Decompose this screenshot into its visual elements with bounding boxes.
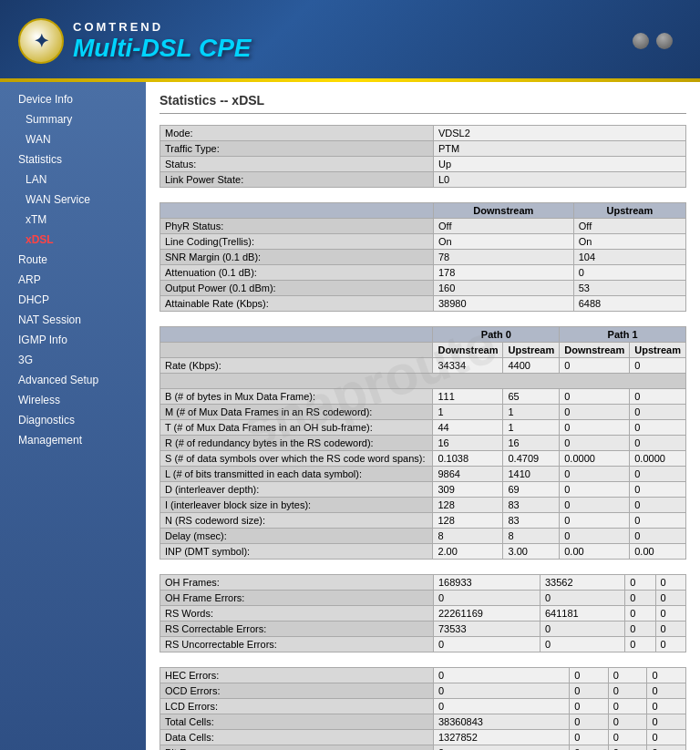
table-row: Bit Errors: 0 0 0 0 (160, 745, 686, 751)
val-rs-words-p1u: 0 (655, 606, 685, 622)
label-inp: INP (DMT symbol): (160, 544, 433, 560)
sidebar-item-management[interactable]: Management (0, 430, 146, 450)
table-row: Mode: VDSL2 (160, 126, 686, 141)
value-attainable-rate-down: 38980 (434, 296, 574, 312)
sidebar-item-xdsl[interactable]: xDSL (0, 230, 146, 250)
table-row: Status: Up (160, 157, 686, 172)
val-oh-frame-errors-p0d: 0 (434, 591, 540, 606)
val-d-p0u: 69 (503, 482, 560, 498)
sidebar-item-wan[interactable]: WAN (0, 129, 146, 149)
val-t-p0u: 1 (503, 420, 560, 436)
val-total-cells-p0u: 0 (570, 714, 609, 730)
val-d-p1u: 0 (630, 482, 686, 498)
label-link-power: Link Power State: (160, 172, 434, 188)
error-stats1-table: OH Frames: 168933 33562 0 0 OH Frame Err… (160, 574, 686, 652)
val-inp-p0u: 3.00 (503, 544, 560, 560)
table-row: HEC Errors: 0 0 0 0 (160, 668, 686, 683)
empty-row (160, 374, 686, 389)
sidebar-item-lan[interactable]: LAN (0, 170, 146, 190)
sidebar-item-route[interactable]: Route (0, 250, 146, 270)
val-delay-p0u: 8 (503, 529, 560, 544)
brand-name: COMTREND (73, 20, 251, 34)
sidebar-item-wan-service[interactable]: WAN Service (0, 190, 146, 210)
val-ocd-p0d: 0 (434, 683, 570, 699)
label-m: M (# of Mux Data Frames in an RS codewor… (160, 405, 433, 420)
table-row: R (# of redundancy bytes in the RS codew… (160, 436, 686, 451)
table-row: OH Frame Errors: 0 0 0 0 (160, 591, 686, 606)
val-ocd-p0u: 0 (570, 683, 609, 699)
table-row: LCD Errors: 0 0 0 0 (160, 699, 686, 714)
sidebar-item-statistics[interactable]: Statistics (0, 149, 146, 170)
logo-icon: ✦ (18, 18, 64, 64)
label-t: T (# of Mux Data Frames in an OH sub-fra… (160, 420, 433, 436)
value-link-power: L0 (434, 172, 686, 188)
val-l-p1d: 0 (560, 467, 630, 482)
table-row: PhyR Status: Off Off (160, 219, 686, 234)
sidebar-item-nat-session[interactable]: NAT Session (0, 310, 146, 330)
main-container: Device Info Summary WAN Statistics LAN W… (0, 82, 700, 750)
label-rs-correctable: RS Correctable Errors: (160, 622, 434, 637)
val-rs-correctable-p1u: 0 (655, 622, 685, 637)
error-stats2-table: HEC Errors: 0 0 0 0 OCD Errors: 0 0 0 0 … (160, 667, 686, 750)
label-oh-frame-errors: OH Frame Errors: (160, 591, 434, 606)
table-row: N (RS codeword size): 128 83 0 0 (160, 513, 686, 529)
table-row: RS Correctable Errors: 73533 0 0 0 (160, 622, 686, 637)
label-output-power: Output Power (0.1 dBm): (160, 281, 434, 296)
label-rate: Rate (Kbps): (160, 358, 433, 374)
val-t-p0d: 44 (433, 420, 503, 436)
table-row: Output Power (0.1 dBm): 160 53 (160, 281, 686, 296)
label-phyr: PhyR Status: (160, 219, 434, 234)
sidebar-item-diagnostics[interactable]: Diagnostics (0, 410, 146, 430)
value-phyr-up: Off (573, 219, 685, 234)
val-m-p0u: 1 (503, 405, 560, 420)
table-row: Data Cells: 1327852 0 0 0 (160, 730, 686, 745)
header-p1-up: Upstream (630, 343, 686, 358)
val-total-cells-p0d: 38360843 (434, 714, 570, 730)
header-p1-down: Downstream (560, 343, 630, 358)
val-lcd-p0d: 0 (434, 699, 570, 714)
val-i-p1d: 0 (560, 498, 630, 513)
header-p0-down: Downstream (433, 343, 503, 358)
sidebar-item-advanced-setup[interactable]: Advanced Setup (0, 370, 146, 390)
table-row: OH Frames: 168933 33562 0 0 (160, 575, 686, 591)
val-rs-uncorrectable-p0d: 0 (434, 637, 540, 652)
sidebar-item-summary[interactable]: Summary (0, 109, 146, 129)
value-snr-down: 78 (434, 250, 574, 265)
sidebar-item-arp[interactable]: ARP (0, 270, 146, 290)
val-oh-frames-p0u: 33562 (540, 575, 625, 591)
val-l-p0d: 9864 (433, 467, 503, 482)
val-oh-frame-errors-p1d: 0 (625, 591, 655, 606)
val-delay-p1u: 0 (630, 529, 686, 544)
page-title: Statistics -- xDSL (160, 93, 686, 114)
header-p0-up: Upstream (503, 343, 560, 358)
sidebar-item-dhcp[interactable]: DHCP (0, 290, 146, 310)
val-b-p0d: 111 (433, 389, 503, 405)
performance-stats-table: Downstream Upstream PhyR Status: Off Off… (160, 202, 686, 312)
val-oh-frames-p1d: 0 (625, 575, 655, 591)
dot-1 (633, 33, 649, 49)
header-text: COMTREND Multi-DSL CPE (73, 20, 251, 63)
val-n-p1u: 0 (630, 513, 686, 529)
val-n-p0u: 83 (503, 513, 560, 529)
value-phyr-down: Off (434, 219, 574, 234)
table-row: B (# of bytes in Mux Data Frame): 111 65… (160, 389, 686, 405)
sidebar-item-3g[interactable]: 3G (0, 350, 146, 370)
header-upstream: Upstream (573, 203, 685, 219)
val-rs-correctable-p0u: 0 (540, 622, 625, 637)
product-name: Multi-DSL CPE (73, 34, 251, 63)
label-attainable-rate: Attainable Rate (Kbps): (160, 296, 434, 312)
val-data-cells-p0d: 1327852 (434, 730, 570, 745)
val-d-p0d: 309 (433, 482, 503, 498)
label-line-coding: Line Coding(Trellis): (160, 234, 434, 250)
val-t-p1d: 0 (560, 420, 630, 436)
sidebar-item-wireless[interactable]: Wireless (0, 390, 146, 410)
val-rate-p1u: 0 (630, 358, 686, 374)
val-lcd-p1u: 0 (647, 699, 686, 714)
val-r-p1u: 0 (630, 436, 686, 451)
header-empty (160, 327, 433, 343)
sidebar: Device Info Summary WAN Statistics LAN W… (0, 82, 146, 750)
label-delay: Delay (msec): (160, 529, 433, 544)
sidebar-item-xtm[interactable]: xTM (0, 210, 146, 230)
sidebar-item-device-info[interactable]: Device Info (0, 89, 146, 109)
sidebar-item-igmp-info[interactable]: IGMP Info (0, 330, 146, 350)
